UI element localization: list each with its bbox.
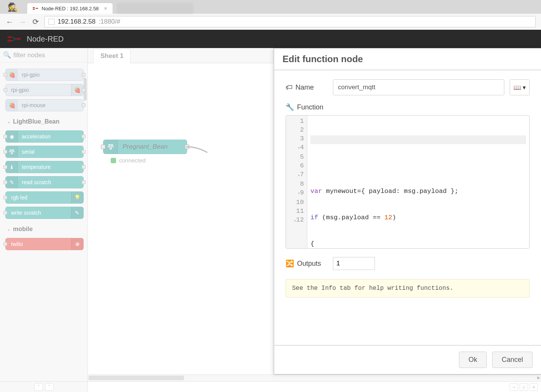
node-label: read scratch — [18, 179, 83, 185]
caret-down-icon: ▾ — [523, 84, 526, 91]
node-port — [82, 150, 86, 154]
name-input[interactable] — [333, 79, 504, 95]
palette-node-acceleration[interactable]: ◉ acceleration — [5, 130, 84, 143]
tab-close-icon[interactable]: × — [104, 5, 107, 11]
chevron-down-icon: ⌄ — [7, 119, 11, 124]
book-icon: 📖 — [514, 84, 521, 91]
browser-tab-active[interactable]: Node-RED : 192.168.2.58 × — [27, 3, 113, 14]
code-editor[interactable]: 123▾456▴78▾91011▴12 var mynewout={ paylo… — [286, 115, 530, 249]
svg-rect-2 — [36, 8, 38, 9]
twilio-icon: ⊕ — [71, 238, 83, 250]
tag-icon: 🏷 — [286, 84, 292, 92]
tab-bar: Node-RED : 192.168.2.58 × — [0, 0, 541, 14]
address-bar[interactable]: 192.168.2.58:1880/# — [44, 16, 536, 27]
pencil-icon: ✎ — [71, 207, 83, 218]
name-row: 🏷 Name 📖 ▾ — [286, 79, 530, 95]
tray-body: 🏷 Name 📖 ▾ 🔧 Function 123▾456▴78▾91011▴1… — [274, 70, 541, 345]
node-label: serial — [18, 149, 83, 155]
svg-rect-4 — [7, 40, 11, 42]
node-label: acceleration — [18, 133, 83, 140]
zoom-out-button[interactable]: − — [510, 383, 518, 391]
node-port — [82, 165, 86, 169]
node-port — [3, 135, 7, 138]
node-label: write scratch — [6, 210, 71, 216]
palette-node-twilio[interactable]: twilio ⊕ — [5, 238, 84, 250]
palette-node-write-scratch[interactable]: write scratch ✎ — [5, 207, 84, 219]
node-port — [82, 88, 86, 92]
node-port — [3, 196, 7, 199]
palette-node-rpi-gpio-in[interactable]: 🍓 rpi-gpio — [5, 69, 84, 81]
svg-rect-1 — [33, 9, 35, 10]
svg-rect-3 — [7, 36, 11, 38]
cursor-line-highlight — [310, 135, 526, 144]
tab-title: Node-RED : 192.168.2.58 — [42, 6, 99, 11]
node-port — [82, 73, 86, 77]
help-dropdown-button[interactable]: 📖 ▾ — [510, 79, 530, 95]
palette-scroll[interactable]: 🍓 rpi-gpio rpi-gpio 🍓 🍓 rpi-mouse ⌄ Ligh… — [0, 63, 87, 381]
zoom-in-button[interactable]: + — [530, 383, 538, 391]
zoom-reset-button[interactable]: ○ — [520, 383, 528, 391]
node-port — [3, 73, 7, 77]
workspace-tab-active[interactable]: Sheet 1 — [93, 49, 131, 63]
palette-node-temperature[interactable]: 🌡 temperature — [5, 161, 84, 173]
forward-button: → — [18, 18, 27, 26]
ok-button[interactable]: Ok — [459, 352, 487, 368]
palette-node-rpi-mouse[interactable]: 🍓 rpi-mouse — [5, 99, 84, 111]
svg-rect-0 — [33, 7, 35, 8]
shuffle-icon: 🔀 — [286, 259, 294, 268]
flow-node-label: Pregnant_Bean — [118, 143, 187, 151]
function-label: 🔧 Function — [286, 103, 530, 111]
workspace-hscrollbar[interactable]: ▶ — [88, 374, 541, 381]
back-button[interactable]: ← — [5, 18, 14, 26]
pencil-icon: ✎ — [6, 177, 18, 188]
palette-collapse-up-button[interactable]: ˄ — [34, 383, 43, 391]
filter-input[interactable] — [13, 51, 94, 59]
tray-footer: Ok Cancel — [274, 345, 541, 374]
outputs-label: 🔀 Outputs — [286, 259, 328, 268]
search-icon: 🔍 — [3, 51, 11, 59]
node-label: rpi-mouse — [18, 102, 83, 108]
raspberry-icon: 🍓 — [6, 69, 18, 80]
palette-filter[interactable]: 🔍 — [0, 48, 87, 63]
node-port — [3, 180, 7, 184]
flow-wire — [186, 145, 209, 156]
flow-node-pregnant-bean[interactable]: Pregnant_Bean — [103, 140, 187, 154]
palette-node-serial[interactable]: serial — [5, 146, 84, 158]
header-title: Node-RED — [27, 35, 64, 43]
palette-node-read-scratch[interactable]: ✎ read scratch — [5, 176, 84, 188]
outputs-input[interactable] — [333, 257, 375, 270]
thermometer-icon: 🌡 — [6, 161, 18, 173]
node-port — [82, 180, 86, 184]
status-dot-icon — [111, 158, 116, 163]
browser-tab-inactive[interactable] — [117, 3, 193, 14]
status-text: connected — [119, 157, 145, 164]
tray-title: Edit function node — [274, 48, 541, 70]
palette-footer: ˄ ˅ — [0, 381, 87, 392]
palette-category-lightblue[interactable]: ⌄ LightBlue_Bean — [5, 114, 84, 127]
node-port — [3, 150, 7, 154]
tab-favicon — [32, 5, 39, 11]
code-content[interactable]: var mynewout={ payload: msg.payload }; i… — [307, 116, 529, 248]
scroll-right-icon[interactable]: ▶ — [537, 375, 540, 380]
bulb-icon: 💡 — [71, 192, 83, 203]
edit-tray: Edit function node 🏷 Name 📖 ▾ 🔧 Function… — [274, 48, 541, 374]
palette-node-rpi-gpio-out[interactable]: rpi-gpio 🍓 — [5, 84, 84, 96]
code-gutter: 123▾456▴78▾91011▴12 — [286, 116, 307, 248]
palette-collapse-down-button[interactable]: ˅ — [45, 383, 53, 391]
wrench-icon: 🔧 — [286, 103, 294, 111]
palette-node-rgb-led[interactable]: rgb led 💡 — [5, 191, 84, 204]
gauge-icon: ◉ — [6, 131, 18, 142]
node-port — [82, 135, 86, 138]
palette-category-mobile[interactable]: ⌄ mobile — [5, 222, 84, 235]
wave-icon — [103, 140, 118, 154]
nodered-header: Node-RED — [0, 30, 541, 48]
node-input-port[interactable] — [101, 145, 105, 149]
name-label: 🏷 Name — [286, 84, 328, 92]
reload-button[interactable]: ⟳ — [31, 18, 40, 26]
browser-toolbar: ← → ⟳ 192.168.2.58:1880/# — [0, 14, 541, 30]
scrollbar-thumb[interactable] — [89, 376, 184, 380]
cancel-button[interactable]: Cancel — [492, 352, 533, 368]
node-port — [3, 211, 7, 215]
node-label: rpi-gpio — [6, 87, 71, 93]
url-host: 192.168.2.58 — [58, 18, 95, 26]
